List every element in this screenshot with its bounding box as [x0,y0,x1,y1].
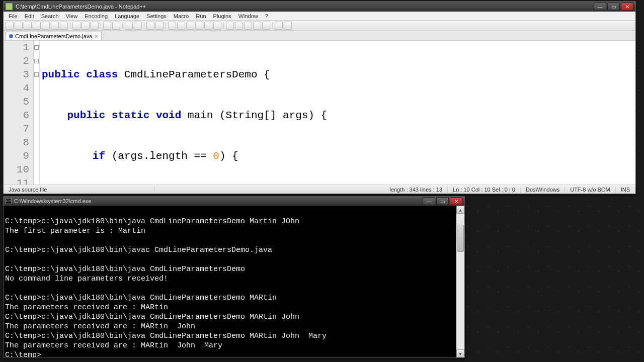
toolbar-redo-icon[interactable] [112,22,120,30]
cmd-scrollbar[interactable]: ▲ ▼ [456,206,464,357]
line-number: 4 [4,81,29,95]
scroll-up-icon[interactable]: ▲ [456,206,464,214]
toolbar-close-icon[interactable] [42,22,50,30]
menu-plugins[interactable]: Plugins [210,13,234,20]
toolbar-extra2-icon[interactable] [284,22,292,30]
scroll-track[interactable] [456,214,464,349]
kw: if [93,150,105,162]
line-number: 6 [4,109,29,122]
toolbar-close-all-icon[interactable] [51,22,59,30]
toolbar-separator [166,22,166,29]
line-number: 8 [4,136,29,149]
menu-window[interactable]: Window [235,13,261,20]
toolbar-copy-icon[interactable] [82,22,90,30]
fold-marker-icon[interactable]: - [34,45,39,50]
toolbar-separator [122,22,123,29]
line-number: 9 [4,149,29,163]
menu-search[interactable]: Search [38,13,62,20]
cmd-line: C:\temp>c:\java\jdk180\bin\java CmdLineP… [5,332,327,340]
cmd-line: C:\temp>c:\java\jdk180\bin\java CmdLineP… [5,217,299,226]
toolbar-wordwrap-icon[interactable] [168,22,176,30]
code-text: (args.length == [105,150,213,162]
menu-language[interactable]: Language [112,13,142,20]
line-number: 11 [4,176,29,185]
cmd-line: C:\temp>c:\java\jdk180\bin\java CmdLineP… [5,265,245,274]
menu-help[interactable]: ? [262,13,271,20]
cmd-minimize-button[interactable]: — [423,197,435,205]
code-editor[interactable]: 1 2 3 4 5 6 7 8 9 10 11 - - - public cla… [4,41,635,185]
cmd-line: The parameters received are : MARtin [5,303,168,312]
toolbar-allchars-icon[interactable] [177,22,185,30]
scroll-thumb[interactable] [457,225,464,252]
line-number: 7 [4,122,29,136]
fold-marker-icon[interactable]: - [34,72,39,77]
line-number: 5 [4,95,29,109]
cmd-terminal[interactable]: C:\temp>c:\java\jdk180\bin\java CmdLineP… [4,206,464,357]
minimize-button[interactable]: — [594,3,606,11]
toolbar-play-icon[interactable] [244,22,252,30]
menu-file[interactable]: File [6,13,21,20]
toolbar-new-icon[interactable] [6,22,14,30]
cmd-line: C:\temp>c:\java\jdk180\bin\java CmdLineP… [5,313,299,321]
npp-tabbar: CmdLineParametersDemo.java ✕ [4,31,635,41]
code-area[interactable]: public class CmdLineParametersDemo { pub… [40,41,635,185]
toolbar-stop-icon[interactable] [235,22,243,30]
tab-modified-indicator-icon [9,34,13,38]
cmd-app-icon: C:\ [6,198,12,204]
cmd-titlebar[interactable]: C:\ C:\Windows\system32\cmd.exe — ▭ ✕ [4,197,464,206]
toolbar-save-macro-icon[interactable] [262,22,270,30]
close-button[interactable]: ✕ [621,3,633,11]
toolbar-separator [144,22,144,29]
cmd-line: No command line parameters received! [5,275,168,283]
npp-toolbar [4,21,635,31]
cmd-window: C:\ C:\Windows\system32\cmd.exe — ▭ ✕ C:… [3,196,465,358]
code-text: CmdLineParametersDemo { [118,69,270,80]
status-insert-mode: INS [616,187,635,193]
cmd-maximize-button[interactable]: ▭ [436,197,449,205]
toolbar-save-all-icon[interactable] [33,22,41,30]
cmd-close-button[interactable]: ✕ [450,197,462,205]
toolbar-cut-icon[interactable] [72,22,80,30]
toolbar-zoom-in-icon[interactable] [146,22,154,30]
toolbar-indent-icon[interactable] [186,22,194,30]
kw: class [86,69,118,80]
notepad-plus-plus-window: C:\temp\CmdLineParametersDemo.java - Not… [3,1,636,194]
menu-encoding[interactable]: Encoding [82,13,111,20]
toolbar-find-icon[interactable] [125,22,133,30]
tab-label: CmdLineParametersDemo.java [15,33,92,39]
toolbar-zoom-out-icon[interactable] [155,22,164,30]
kw: void [156,110,181,121]
toolbar-run-multi-icon[interactable] [253,22,261,30]
fold-marker-icon[interactable]: - [34,59,39,63]
tab-file[interactable]: CmdLineParametersDemo.java ✕ [6,32,102,40]
line-number: 10 [4,163,29,176]
kw: public [67,110,105,121]
code-text: main (String[] args) { [181,110,327,121]
toolbar-print-icon[interactable] [60,22,68,30]
maximize-button[interactable]: ▭ [607,3,620,11]
menu-macro[interactable]: Macro [171,13,192,20]
code-text: ) { [219,150,238,162]
toolbar-undo-icon[interactable] [103,22,111,30]
toolbar-paste-icon[interactable] [91,22,99,30]
toolbar-folder-icon[interactable] [195,22,203,30]
toolbar-replace-icon[interactable] [134,22,142,30]
npp-title-text: C:\temp\CmdLineParametersDemo.java - Not… [16,4,594,10]
menu-run[interactable]: Run [193,13,209,20]
toolbar-func-list-icon[interactable] [213,22,221,30]
npp-titlebar[interactable]: C:\temp\CmdLineParametersDemo.java - Not… [4,2,635,12]
toolbar-record-icon[interactable] [226,22,234,30]
npp-menubar: File Edit Search View Encoding Language … [4,12,635,21]
status-eol: Dos\Windows [521,187,565,193]
toolbar-doc-map-icon[interactable] [204,22,212,30]
toolbar-separator [223,22,224,29]
toolbar-open-icon[interactable] [15,22,23,30]
tab-close-icon[interactable]: ✕ [94,34,98,39]
line-number: 2 [4,54,29,68]
toolbar-save-icon[interactable] [24,22,32,30]
toolbar-extra-icon[interactable] [275,22,283,30]
scroll-down-icon[interactable]: ▼ [456,349,464,357]
menu-view[interactable]: View [63,13,81,20]
menu-settings[interactable]: Settings [143,13,170,20]
menu-edit[interactable]: Edit [22,13,37,20]
